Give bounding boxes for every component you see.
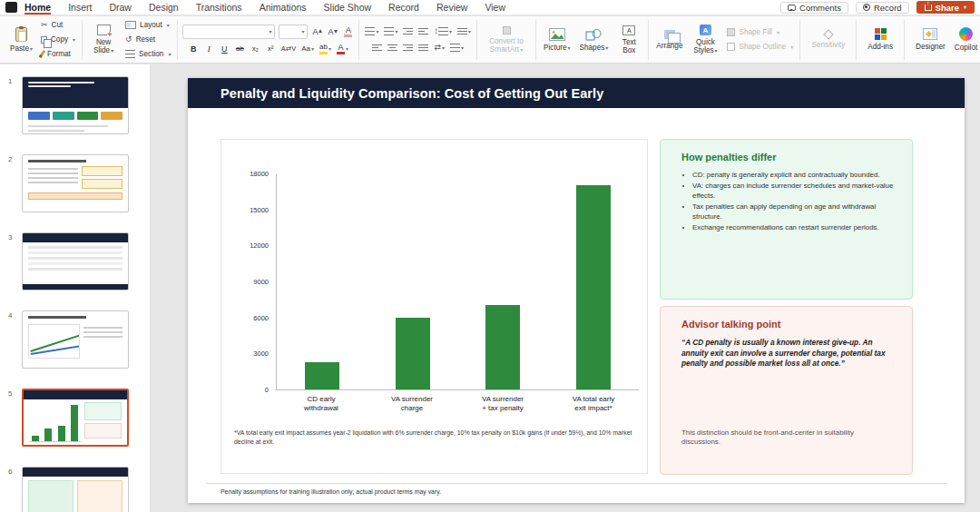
align-text-button[interactable]: ▾	[449, 42, 465, 54]
columns-button[interactable]: ▾	[456, 25, 472, 38]
character-spacing-button[interactable]: A⇄V	[280, 43, 297, 55]
chevron-down-icon: ▾	[269, 29, 271, 34]
arrange-button[interactable]: Arrange	[653, 28, 685, 52]
slide-footer: Penalty assumptions for training illustr…	[220, 488, 441, 495]
record-label: Record	[874, 3, 902, 13]
record-button[interactable]: Record	[856, 2, 909, 14]
paste-button[interactable]: Paste▾	[7, 25, 35, 54]
shape-outline-button: Shape Outline▾	[725, 41, 795, 54]
align-left-button[interactable]	[371, 42, 383, 54]
copy-button[interactable]: Copy▾	[39, 34, 77, 46]
slide-thumbnail-5[interactable]	[22, 389, 129, 447]
menu-tab-design[interactable]: Design	[149, 0, 179, 15]
decrease-font-size-button[interactable]: A	[327, 25, 338, 38]
menu-tab-transitions[interactable]: Transitions	[196, 0, 242, 15]
shape-fill-button: Shape Fill▾	[725, 26, 795, 39]
bar-slot	[458, 305, 549, 389]
text-direction-button[interactable]: ⇄▾	[433, 42, 446, 54]
italic-button[interactable]: I	[203, 43, 215, 55]
advisor-panel-title: Advisor talking point	[681, 319, 912, 330]
section-button[interactable]: Section▾	[123, 48, 172, 61]
align-right-button[interactable]	[402, 42, 414, 54]
bar-slot	[548, 185, 639, 389]
slide-thumbnail-6[interactable]	[22, 467, 129, 512]
app-logo[interactable]	[5, 2, 17, 13]
slide-number: 3	[8, 232, 22, 290]
align-center-button[interactable]	[387, 42, 398, 54]
underline-button[interactable]: U	[219, 43, 230, 55]
chevron-down-icon: ▾	[442, 45, 445, 51]
comments-button[interactable]: Comments	[780, 2, 848, 14]
layout-button[interactable]: Layout▾	[123, 19, 172, 32]
menu-tab-animations[interactable]: Animations	[260, 0, 307, 15]
shapes-button[interactable]: Shapes▾	[577, 26, 612, 54]
indent-icon	[418, 27, 428, 35]
cut-button[interactable]: ✂Cut	[39, 19, 77, 32]
chart-card[interactable]: 0300060009000120001500018000 CD early wi…	[220, 139, 648, 474]
slide-thumbnail-2[interactable]	[22, 154, 129, 212]
highlight-color-button[interactable]: ab▾	[318, 43, 332, 55]
current-slide[interactable]: Penalty and Liquidity Comparison: Cost o…	[188, 78, 965, 503]
font-color-button[interactable]: A▾	[336, 43, 349, 55]
numbering-button[interactable]: ▾	[383, 25, 398, 38]
copilot-button[interactable]: Copilot	[952, 25, 980, 54]
slide-thumbnail-1[interactable]	[22, 76, 129, 134]
increase-indent-button[interactable]	[417, 25, 429, 38]
change-case-button[interactable]: Aa▾	[300, 43, 315, 55]
reset-icon: ↺	[125, 35, 132, 44]
menu-tab-draw[interactable]: Draw	[109, 0, 132, 15]
slide-thumbnail-panel[interactable]: 123456	[0, 64, 151, 512]
slide-title-bar: Penalty and Liquidity Comparison: Cost o…	[188, 78, 965, 108]
increase-font-size-button[interactable]: A	[311, 25, 323, 38]
menu-tab-insert[interactable]: Insert	[68, 0, 92, 15]
justify-button[interactable]	[417, 42, 429, 54]
new-slide-button[interactable]: New Slide▾	[87, 23, 120, 56]
slide-thumbnail-4[interactable]	[22, 310, 129, 369]
clear-formatting-button[interactable]: A	[342, 25, 354, 38]
y-tick-label: 0	[221, 387, 269, 394]
ribbon-divider	[476, 20, 477, 60]
shape-fill-icon	[727, 28, 735, 36]
penalties-panel[interactable]: How penalties differ CD: penalty is gene…	[660, 139, 913, 300]
smartart-icon	[503, 26, 511, 34]
font-name-select[interactable]: ▾	[182, 25, 275, 39]
menu-tab-slide-show[interactable]: Slide Show	[324, 0, 372, 15]
paragraph-group: ▾ ▾ ↕▾ ▾ ⇄▾ ▾	[364, 25, 472, 54]
advisor-panel[interactable]: Advisor talking point “A CD penalty is u…	[660, 306, 913, 475]
superscript-button[interactable]: x²	[265, 43, 277, 55]
font-size-select[interactable]: ▾	[279, 25, 308, 39]
thumbnail-row: 4	[8, 310, 150, 369]
chevron-down-icon: ▾	[167, 23, 170, 28]
decrease-indent-button[interactable]	[402, 25, 414, 38]
ribbon: Paste▾ ✂Cut Copy▾ Format New Slide▾ Layo…	[0, 16, 980, 64]
chevron-down-icon: ▾	[301, 29, 304, 34]
share-button[interactable]: Share ▾	[916, 1, 975, 14]
justify-icon	[418, 44, 428, 52]
penalty-bullet: VA: charges can include surrender schedu…	[692, 181, 901, 202]
subscript-button[interactable]: x₂	[250, 43, 261, 55]
category-label: VA surrender + tax penalty	[457, 395, 548, 413]
menu-bar: HomeInsertDrawDesignTransitionsAnimation…	[0, 0, 980, 15]
bullets-button[interactable]: ▾	[364, 25, 379, 38]
comments-icon	[788, 5, 796, 11]
reset-button[interactable]: ↺Reset	[123, 34, 172, 46]
menu-tab-home[interactable]: Home	[24, 0, 51, 15]
quick-styles-button[interactable]: A Quick Styles▾	[689, 23, 721, 56]
format-painter-button[interactable]: Format	[39, 48, 77, 61]
ribbon-divider	[82, 20, 83, 60]
text-box-icon: A	[622, 25, 635, 35]
designer-button[interactable]: Designer	[913, 26, 948, 53]
ribbon-divider	[177, 20, 178, 60]
penalty-bullet: Tax penalties can apply depending on age…	[692, 202, 901, 222]
picture-button[interactable]: Picture▾	[541, 26, 573, 54]
bold-button[interactable]: B	[188, 43, 200, 55]
line-spacing-button[interactable]: ↕▾	[433, 25, 453, 38]
strikethrough-button[interactable]: ab	[234, 43, 246, 55]
menu-tab-record[interactable]: Record	[388, 0, 419, 15]
text-box-button[interactable]: A Text Box	[614, 24, 643, 56]
add-ins-button[interactable]: Add-ins	[865, 26, 896, 53]
slide-thumbnail-3[interactable]	[22, 232, 129, 290]
chevron-down-icon: ▾	[964, 5, 966, 10]
menu-tab-view[interactable]: View	[485, 0, 505, 15]
menu-tab-review[interactable]: Review	[436, 0, 467, 15]
